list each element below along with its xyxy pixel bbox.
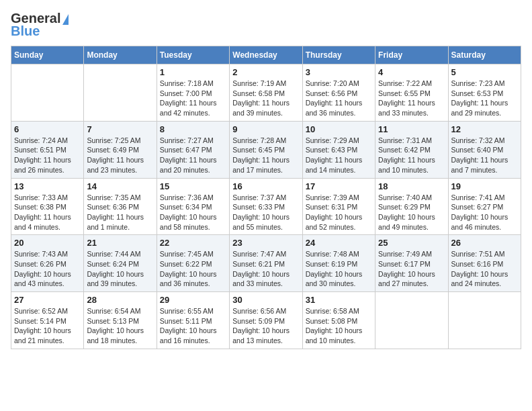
cell-day-number: 7	[87, 124, 153, 134]
cell-day-info: Sunrise: 6:58 AMSunset: 5:08 PMDaylight:…	[306, 306, 372, 346]
calendar-cell: 10Sunrise: 7:29 AMSunset: 6:43 PMDayligh…	[302, 121, 375, 178]
calendar-cell: 2Sunrise: 7:19 AMSunset: 6:58 PMDaylight…	[230, 64, 302, 122]
cell-day-number: 28	[87, 295, 153, 305]
cell-day-info: Sunrise: 6:56 AMSunset: 5:09 PMDaylight:…	[232, 306, 299, 346]
cell-day-number: 27	[14, 295, 81, 305]
cell-day-number: 6	[14, 124, 81, 134]
calendar-week-row: 1Sunrise: 7:18 AMSunset: 7:00 PMDaylight…	[11, 64, 521, 122]
cell-day-number: 12	[451, 124, 518, 134]
calendar-cell: 14Sunrise: 7:35 AMSunset: 6:36 PMDayligh…	[84, 178, 157, 235]
cell-day-info: Sunrise: 7:23 AMSunset: 6:53 PMDaylight:…	[451, 79, 518, 118]
calendar-cell	[11, 64, 84, 122]
calendar-cell	[448, 292, 521, 349]
calendar-cell: 5Sunrise: 7:23 AMSunset: 6:53 PMDaylight…	[448, 64, 521, 122]
calendar-cell: 28Sunrise: 6:54 AMSunset: 5:13 PMDayligh…	[84, 292, 157, 349]
cell-day-info: Sunrise: 7:48 AMSunset: 6:19 PMDaylight:…	[306, 249, 372, 289]
cell-day-number: 17	[306, 181, 372, 191]
calendar-cell	[375, 292, 448, 349]
cell-day-info: Sunrise: 7:31 AMSunset: 6:42 PMDaylight:…	[378, 136, 445, 175]
cell-day-info: Sunrise: 7:35 AMSunset: 6:36 PMDaylight:…	[87, 193, 153, 232]
cell-day-info: Sunrise: 7:43 AMSunset: 6:26 PMDaylight:…	[14, 249, 81, 289]
calendar-week-row: 20Sunrise: 7:43 AMSunset: 6:26 PMDayligh…	[11, 235, 521, 292]
cell-day-info: Sunrise: 6:55 AMSunset: 5:11 PMDaylight:…	[160, 306, 226, 346]
logo-blue-text: Blue	[11, 24, 40, 39]
cell-day-number: 30	[232, 295, 299, 305]
cell-day-number: 21	[87, 238, 153, 248]
calendar-cell: 17Sunrise: 7:39 AMSunset: 6:31 PMDayligh…	[302, 178, 375, 235]
cell-day-info: Sunrise: 7:24 AMSunset: 6:51 PMDaylight:…	[14, 136, 81, 175]
cell-day-info: Sunrise: 7:45 AMSunset: 6:22 PMDaylight:…	[160, 249, 226, 289]
logo: General Blue	[11, 11, 69, 39]
cell-day-info: Sunrise: 6:52 AMSunset: 5:14 PMDaylight:…	[14, 306, 81, 346]
cell-day-info: Sunrise: 7:41 AMSunset: 6:27 PMDaylight:…	[451, 193, 518, 232]
calendar-cell: 3Sunrise: 7:20 AMSunset: 6:56 PMDaylight…	[302, 64, 375, 122]
cell-day-info: Sunrise: 7:20 AMSunset: 6:56 PMDaylight:…	[306, 79, 372, 118]
cell-day-number: 8	[160, 124, 226, 134]
calendar-cell: 18Sunrise: 7:40 AMSunset: 6:29 PMDayligh…	[375, 178, 448, 235]
column-header-thursday: Thursday	[302, 46, 375, 64]
calendar-cell: 9Sunrise: 7:28 AMSunset: 6:45 PMDaylight…	[230, 121, 302, 178]
header: General Blue	[11, 11, 521, 39]
cell-day-number: 15	[160, 181, 226, 191]
cell-day-number: 29	[160, 295, 226, 305]
cell-day-info: Sunrise: 7:39 AMSunset: 6:31 PMDaylight:…	[306, 193, 372, 232]
cell-day-number: 4	[378, 67, 445, 77]
calendar-cell: 4Sunrise: 7:22 AMSunset: 6:55 PMDaylight…	[375, 64, 448, 122]
calendar-week-row: 27Sunrise: 6:52 AMSunset: 5:14 PMDayligh…	[11, 292, 521, 349]
calendar-cell: 20Sunrise: 7:43 AMSunset: 6:26 PMDayligh…	[11, 235, 84, 292]
cell-day-info: Sunrise: 7:27 AMSunset: 6:47 PMDaylight:…	[160, 136, 226, 175]
calendar-cell: 29Sunrise: 6:55 AMSunset: 5:11 PMDayligh…	[157, 292, 229, 349]
cell-day-number: 19	[451, 181, 518, 191]
cell-day-number: 11	[378, 124, 445, 134]
calendar-week-row: 6Sunrise: 7:24 AMSunset: 6:51 PMDaylight…	[11, 121, 521, 178]
cell-day-info: Sunrise: 7:37 AMSunset: 6:33 PMDaylight:…	[232, 193, 299, 232]
calendar-cell: 25Sunrise: 7:49 AMSunset: 6:17 PMDayligh…	[375, 235, 448, 292]
cell-day-info: Sunrise: 7:40 AMSunset: 6:29 PMDaylight:…	[378, 193, 445, 232]
cell-day-info: Sunrise: 7:28 AMSunset: 6:45 PMDaylight:…	[232, 136, 299, 175]
cell-day-info: Sunrise: 7:19 AMSunset: 6:58 PMDaylight:…	[232, 79, 299, 118]
cell-day-number: 25	[378, 238, 445, 248]
cell-day-number: 13	[14, 181, 81, 191]
cell-day-info: Sunrise: 7:25 AMSunset: 6:49 PMDaylight:…	[87, 136, 153, 175]
calendar-cell: 22Sunrise: 7:45 AMSunset: 6:22 PMDayligh…	[157, 235, 229, 292]
cell-day-number: 20	[14, 238, 81, 248]
calendar-cell: 1Sunrise: 7:18 AMSunset: 7:00 PMDaylight…	[157, 64, 229, 122]
calendar-cell: 19Sunrise: 7:41 AMSunset: 6:27 PMDayligh…	[448, 178, 521, 235]
cell-day-info: Sunrise: 7:44 AMSunset: 6:24 PMDaylight:…	[87, 249, 153, 289]
calendar-cell: 8Sunrise: 7:27 AMSunset: 6:47 PMDaylight…	[157, 121, 229, 178]
cell-day-number: 2	[232, 67, 299, 77]
cell-day-info: Sunrise: 6:54 AMSunset: 5:13 PMDaylight:…	[87, 306, 153, 346]
calendar-cell: 16Sunrise: 7:37 AMSunset: 6:33 PMDayligh…	[230, 178, 302, 235]
column-header-saturday: Saturday	[448, 46, 521, 64]
cell-day-number: 24	[306, 238, 372, 248]
cell-day-number: 5	[451, 67, 518, 77]
cell-day-info: Sunrise: 7:29 AMSunset: 6:43 PMDaylight:…	[306, 136, 372, 175]
calendar-header-row: SundayMondayTuesdayWednesdayThursdayFrid…	[11, 46, 521, 64]
calendar-cell: 15Sunrise: 7:36 AMSunset: 6:34 PMDayligh…	[157, 178, 229, 235]
calendar-cell: 6Sunrise: 7:24 AMSunset: 6:51 PMDaylight…	[11, 121, 84, 178]
calendar-cell: 23Sunrise: 7:47 AMSunset: 6:21 PMDayligh…	[230, 235, 302, 292]
cell-day-number: 14	[87, 181, 153, 191]
column-header-wednesday: Wednesday	[230, 46, 302, 64]
calendar-week-row: 13Sunrise: 7:33 AMSunset: 6:38 PMDayligh…	[11, 178, 521, 235]
column-header-sunday: Sunday	[11, 46, 84, 64]
calendar-cell: 11Sunrise: 7:31 AMSunset: 6:42 PMDayligh…	[375, 121, 448, 178]
column-header-tuesday: Tuesday	[157, 46, 229, 64]
column-header-friday: Friday	[375, 46, 448, 64]
cell-day-number: 10	[306, 124, 372, 134]
calendar-table: SundayMondayTuesdayWednesdayThursdayFrid…	[11, 46, 521, 349]
column-header-monday: Monday	[84, 46, 157, 64]
cell-day-number: 18	[378, 181, 445, 191]
calendar-cell: 13Sunrise: 7:33 AMSunset: 6:38 PMDayligh…	[11, 178, 84, 235]
cell-day-number: 1	[160, 67, 226, 77]
cell-day-info: Sunrise: 7:47 AMSunset: 6:21 PMDaylight:…	[232, 249, 299, 289]
cell-day-info: Sunrise: 7:22 AMSunset: 6:55 PMDaylight:…	[378, 79, 445, 118]
cell-day-info: Sunrise: 7:18 AMSunset: 7:00 PMDaylight:…	[160, 79, 226, 118]
logo-triangle-icon	[62, 14, 69, 25]
cell-day-number: 22	[160, 238, 226, 248]
calendar-cell: 27Sunrise: 6:52 AMSunset: 5:14 PMDayligh…	[11, 292, 84, 349]
calendar-cell: 31Sunrise: 6:58 AMSunset: 5:08 PMDayligh…	[302, 292, 375, 349]
calendar-cell: 26Sunrise: 7:51 AMSunset: 6:16 PMDayligh…	[448, 235, 521, 292]
cell-day-info: Sunrise: 7:51 AMSunset: 6:16 PMDaylight:…	[451, 249, 518, 289]
cell-day-number: 3	[306, 67, 372, 77]
